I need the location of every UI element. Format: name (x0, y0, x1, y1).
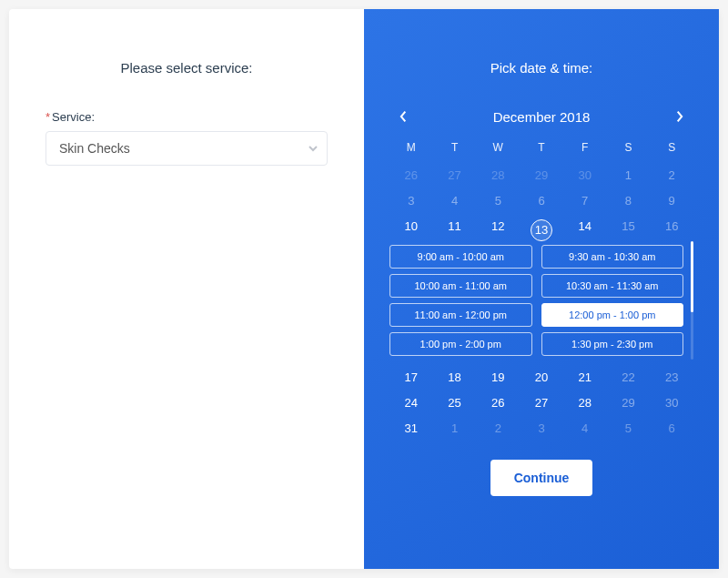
calendar-day: 29 (607, 390, 651, 416)
calendar-day[interactable]: 2 (476, 416, 520, 441)
calendar-day[interactable]: 25 (433, 390, 477, 416)
dow-label: S (607, 137, 651, 157)
dow-label: W (476, 137, 520, 157)
time-slot[interactable]: 10:00 am - 11:00 am (389, 274, 532, 298)
calendar-day[interactable]: 18 (433, 365, 477, 390)
calendar-row: 10111213141516 (389, 214, 693, 239)
datetime-heading: Pick date & time: (490, 60, 593, 76)
calendar-row: 262728293012 (389, 163, 693, 188)
day-of-week-row: MTWTFSS (389, 137, 693, 157)
calendar-day: 4 (433, 188, 477, 214)
dow-label: T (520, 137, 563, 157)
calendar-day[interactable]: 17 (389, 365, 433, 390)
booking-dialog: Please select service: *Service: Skin Ch… (9, 9, 719, 569)
time-slot-selected[interactable]: 12:00 pm - 1:00 pm (541, 303, 684, 327)
month-nav: December 2018 (389, 108, 693, 137)
calendar-day[interactable]: 12 (476, 214, 520, 239)
calendar-day[interactable]: 14 (563, 214, 607, 239)
calendar-day[interactable]: 26 (476, 390, 520, 416)
calendar-day[interactable]: 3 (520, 416, 563, 441)
calendar-day[interactable]: 10 (389, 214, 433, 239)
calendar-day-selected[interactable]: 13 (520, 214, 563, 239)
next-month-button[interactable] (672, 108, 688, 125)
calendar-day: 26 (389, 163, 433, 188)
calendar-day: 22 (607, 365, 651, 390)
service-panel: Please select service: *Service: Skin Ch… (9, 9, 364, 569)
calendar-day[interactable]: 27 (520, 390, 563, 416)
slots-scrollbar[interactable] (691, 241, 693, 360)
calendar-day[interactable]: 28 (563, 390, 607, 416)
time-slots-wrap: 9:00 am - 10:00 am9:30 am - 10:30 am10:0… (389, 241, 693, 360)
calendar-day[interactable]: 20 (520, 365, 563, 390)
calendar-day: 23 (650, 365, 693, 390)
service-select[interactable]: Skin Checks (46, 131, 328, 166)
service-heading: Please select service: (46, 60, 328, 76)
calendar-day[interactable]: 24 (389, 390, 433, 416)
calendar-day: 9 (650, 188, 693, 214)
time-slot[interactable]: 1:30 pm - 2:30 pm (541, 332, 684, 356)
calendar-row: 31123456 (389, 416, 693, 441)
time-slots: 9:00 am - 10:00 am9:30 am - 10:30 am10:0… (389, 245, 683, 356)
time-slot[interactable]: 10:30 am - 11:30 am (541, 274, 684, 298)
time-slot[interactable]: 9:30 am - 10:30 am (541, 245, 684, 269)
calendar-row: 3456789 (389, 188, 693, 214)
calendar-day[interactable]: 1 (433, 416, 477, 441)
calendar-day: 1 (607, 163, 651, 188)
calendar-day[interactable]: 5 (607, 416, 651, 441)
calendar-row: 24252627282930 (389, 390, 693, 416)
calendar-day[interactable]: 4 (563, 416, 607, 441)
calendar-day[interactable]: 11 (433, 214, 477, 239)
required-asterisk: * (46, 110, 50, 124)
calendar-day[interactable]: 6 (650, 416, 693, 441)
month-title: December 2018 (493, 109, 591, 125)
chevron-down-icon (308, 144, 318, 153)
service-field-label: *Service: (46, 110, 328, 124)
calendar-day: 30 (563, 163, 607, 188)
calendar-day: 30 (650, 390, 693, 416)
calendar-day: 7 (563, 188, 607, 214)
calendar-day[interactable]: 31 (389, 416, 433, 441)
calendar-day[interactable]: 19 (476, 365, 520, 390)
calendar-day: 28 (476, 163, 520, 188)
dow-label: S (650, 137, 693, 157)
calendar-day: 27 (433, 163, 477, 188)
dow-label: T (433, 137, 477, 157)
prev-month-button[interactable] (395, 108, 411, 125)
calendar-day: 6 (520, 188, 563, 214)
calendar-day: 29 (520, 163, 563, 188)
calendar-day: 2 (650, 163, 693, 188)
calendar-day: 8 (607, 188, 651, 214)
continue-button[interactable]: Continue (490, 460, 593, 496)
time-slot[interactable]: 1:00 pm - 2:00 pm (389, 332, 532, 356)
calendar-day: 3 (389, 188, 433, 214)
time-slot[interactable]: 11:00 am - 12:00 pm (389, 303, 532, 327)
calendar-day: 15 (607, 214, 651, 239)
calendar-day[interactable]: 21 (563, 365, 607, 390)
time-slot[interactable]: 9:00 am - 10:00 am (389, 245, 532, 269)
service-select-value: Skin Checks (59, 141, 130, 156)
datetime-panel: Pick date & time: December 2018 MTWTFSS … (364, 9, 719, 569)
dow-label: M (389, 137, 433, 157)
calendar-row: 17181920212223 (389, 365, 693, 390)
dow-label: F (563, 137, 607, 157)
calendar-day: 5 (476, 188, 520, 214)
calendar-day: 16 (650, 214, 693, 239)
slots-scroll-thumb[interactable] (691, 241, 693, 312)
